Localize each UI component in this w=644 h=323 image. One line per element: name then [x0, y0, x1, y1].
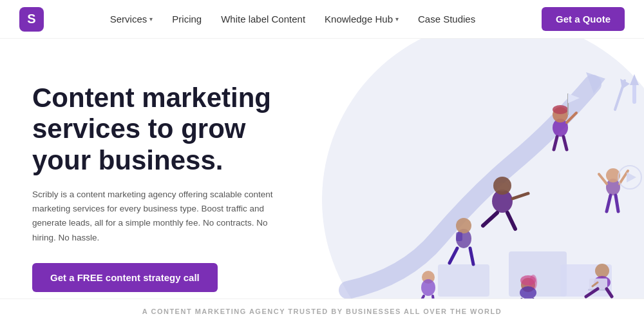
hero-illustration-svg	[309, 45, 644, 316]
hero-illustration	[296, 39, 644, 323]
svg-line-25	[607, 195, 611, 211]
logo-icon: S	[19, 7, 44, 32]
svg-marker-52	[627, 172, 636, 182]
svg-point-28	[456, 218, 471, 233]
svg-rect-6	[438, 264, 489, 297]
svg-line-30	[450, 248, 457, 263]
navbar: S Services ▾ Pricing White label Content…	[0, 0, 644, 39]
trust-bar: A CONTENT MARKETING AGENCY TRUSTED BY BU…	[0, 299, 644, 323]
svg-marker-50	[630, 74, 639, 85]
logo[interactable]: S	[19, 7, 44, 32]
nav-links: Services ▾ Pricing White label Content K…	[102, 10, 483, 28]
svg-line-14	[564, 137, 567, 150]
get-quote-button[interactable]: Get a Quote	[542, 7, 625, 31]
nav-item-white-label[interactable]: White label Content	[213, 10, 313, 28]
hero-title: Content marketing services to grow your …	[32, 83, 277, 176]
svg-line-24	[599, 174, 607, 184]
nav-item-pricing[interactable]: Pricing	[164, 10, 209, 28]
svg-line-13	[554, 137, 557, 150]
hero-description: Scribly is a content marketing agency of…	[32, 188, 277, 245]
svg-rect-29	[456, 232, 462, 241]
svg-point-46	[520, 286, 536, 299]
nav-item-case-studies[interactable]: Case Studies	[410, 10, 483, 28]
nav-item-services[interactable]: Services ▾	[102, 10, 161, 28]
svg-line-31	[470, 248, 473, 264]
svg-rect-4	[509, 251, 567, 297]
svg-point-9	[553, 105, 568, 114]
chevron-down-icon: ▾	[395, 15, 399, 23]
svg-line-18	[513, 193, 528, 199]
hero-cta-button[interactable]: Get a FREE content strategy call	[32, 263, 218, 292]
nav-item-knowledge-hub[interactable]: Knowledge Hub ▾	[317, 10, 406, 28]
svg-point-40	[421, 279, 435, 296]
svg-point-32	[595, 264, 609, 278]
svg-line-19	[483, 213, 497, 226]
svg-point-17	[496, 182, 509, 191]
svg-line-26	[616, 195, 618, 211]
svg-line-20	[507, 213, 515, 229]
chevron-down-icon: ▾	[149, 15, 153, 23]
hero-content: Content marketing services to grow your …	[0, 57, 296, 305]
hero-section: Content marketing services to grow your …	[0, 39, 644, 323]
